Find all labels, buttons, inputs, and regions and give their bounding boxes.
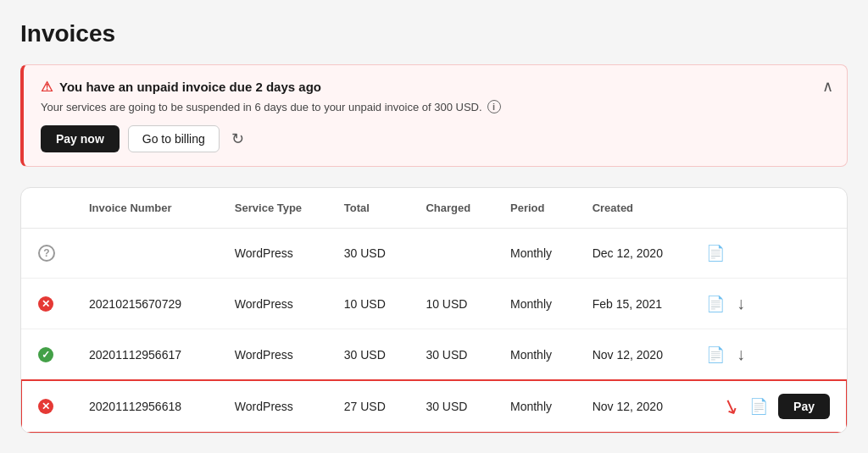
table-row: ✓20201112956617WordPress30 USD30 USDMont…: [21, 329, 847, 380]
alert-actions: Pay now Go to billing ↻: [41, 125, 830, 152]
view-document-button[interactable]: 📄: [704, 242, 726, 264]
service-type-cell: WordPress: [218, 279, 327, 329]
service-type-cell: WordPress: [218, 380, 327, 434]
table-row: ?WordPress30 USDMonthlyDec 12, 2020📄: [21, 229, 847, 279]
actions-cell: 📄↓: [687, 279, 847, 329]
col-header-service-type: Service Type: [218, 188, 327, 229]
created-cell: Nov 12, 2020: [576, 380, 687, 434]
col-header-invoice-number: Invoice Number: [72, 188, 218, 229]
actions-container: ↘📄Pay: [704, 394, 830, 419]
status-error-icon: ✕: [38, 399, 53, 414]
pay-invoice-button[interactable]: Pay: [778, 394, 830, 419]
refresh-button[interactable]: ↻: [228, 126, 248, 152]
status-success-icon: ✓: [38, 347, 53, 362]
period-cell: Monthly: [493, 279, 576, 329]
alert-body: Your services are going to be suspended …: [41, 100, 830, 113]
col-header-status: [21, 188, 72, 229]
total-cell: 10 USD: [327, 279, 409, 329]
view-document-button[interactable]: 📄: [748, 395, 770, 417]
status-cell: ✕: [21, 380, 72, 434]
created-cell: Feb 15, 2021: [576, 279, 687, 329]
col-header-actions: [687, 188, 847, 229]
pay-now-button[interactable]: Pay now: [41, 125, 120, 152]
red-arrow-annotation: ↘: [719, 392, 743, 420]
invoices-table: Invoice Number Service Type Total Charge…: [21, 188, 847, 433]
actions-container: 📄: [704, 242, 830, 264]
charged-cell: 30 USD: [409, 380, 493, 434]
status-unknown-icon: ?: [38, 245, 55, 262]
download-button[interactable]: ↓: [735, 292, 747, 315]
col-header-period: Period: [493, 188, 576, 229]
status-cell: ✓: [21, 329, 72, 380]
status-error-icon: ✕: [38, 296, 53, 312]
invoice-number-cell: 20201112956618: [72, 380, 218, 434]
table-body: ?WordPress30 USDMonthlyDec 12, 2020📄✕202…: [21, 229, 847, 434]
table-row: ✕20210215670729WordPress10 USD10 USDMont…: [21, 279, 847, 329]
table-header: Invoice Number Service Type Total Charge…: [21, 188, 847, 229]
actions-container: 📄↓: [704, 292, 830, 315]
page-title: Invoices: [20, 20, 848, 47]
total-cell: 30 USD: [327, 329, 409, 380]
alert-title: You have an unpaid invoice due 2 days ag…: [59, 80, 321, 94]
period-cell: Monthly: [493, 329, 576, 380]
invoice-number-cell: 20210215670729: [72, 279, 218, 329]
period-cell: Monthly: [493, 380, 576, 434]
total-cell: 27 USD: [327, 380, 409, 434]
invoice-number-cell: 20201112956617: [72, 329, 218, 380]
actions-container: 📄↓: [704, 343, 830, 366]
actions-cell: 📄: [687, 229, 847, 279]
col-header-created: Created: [576, 188, 687, 229]
service-type-cell: WordPress: [218, 229, 327, 279]
collapse-button[interactable]: ∧: [822, 77, 833, 96]
col-header-total: Total: [327, 188, 409, 229]
created-cell: Nov 12, 2020: [576, 329, 687, 380]
alert-heading: ⚠ You have an unpaid invoice due 2 days …: [41, 79, 830, 95]
charged-cell: 30 USD: [409, 329, 493, 380]
alert-body-text: Your services are going to be suspended …: [41, 101, 482, 113]
invoice-number-cell: [72, 229, 218, 279]
actions-cell: 📄↓: [687, 329, 847, 380]
alert-banner: ∧ ⚠ You have an unpaid invoice due 2 day…: [20, 64, 848, 167]
status-cell: ?: [21, 229, 72, 279]
download-button[interactable]: ↓: [735, 343, 747, 366]
col-header-charged: Charged: [409, 188, 493, 229]
view-document-button[interactable]: 📄: [704, 293, 726, 315]
info-icon[interactable]: i: [487, 100, 501, 113]
warning-icon: ⚠: [41, 79, 53, 95]
service-type-cell: WordPress: [218, 329, 327, 380]
view-document-button[interactable]: 📄: [704, 344, 726, 366]
table-row: ✕20201112956618WordPress27 USD30 USDMont…: [21, 380, 847, 434]
period-cell: Monthly: [493, 229, 576, 279]
charged-cell: [409, 229, 493, 279]
created-cell: Dec 12, 2020: [576, 229, 687, 279]
actions-cell: ↘📄Pay: [687, 380, 847, 434]
charged-cell: 10 USD: [409, 279, 493, 329]
total-cell: 30 USD: [327, 229, 409, 279]
invoices-table-card: Invoice Number Service Type Total Charge…: [20, 187, 848, 434]
status-cell: ✕: [21, 279, 72, 329]
go-to-billing-button[interactable]: Go to billing: [128, 125, 220, 152]
table-wrapper: Invoice Number Service Type Total Charge…: [21, 188, 847, 433]
